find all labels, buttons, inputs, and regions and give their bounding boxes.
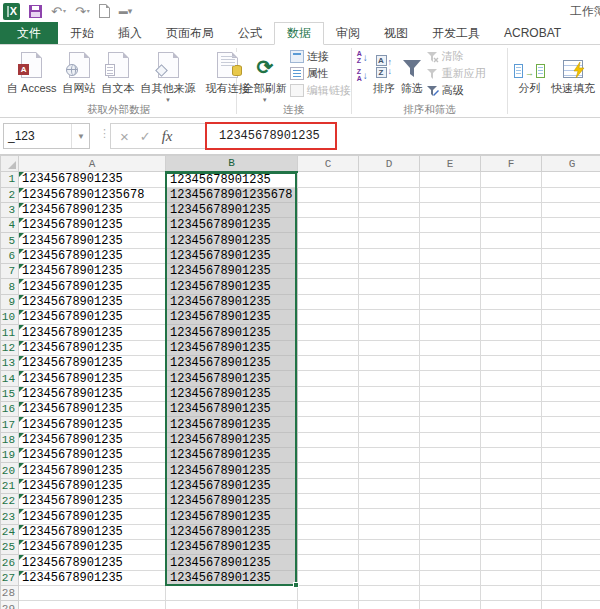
cell-b[interactable]: 12345678901235 [166,386,298,401]
cell-f[interactable] [481,570,542,585]
cell-e[interactable] [420,264,481,279]
cell-d[interactable] [359,248,420,263]
cell-e[interactable] [420,494,481,509]
row-number[interactable]: 8 [1,279,19,294]
cell-b[interactable]: 12345678901235 [166,524,298,539]
tab-developer[interactable]: 开发工具 [420,22,492,44]
cell-c[interactable] [298,524,359,539]
row-number[interactable]: 17 [1,417,19,432]
cell-e[interactable] [420,310,481,325]
tab-review[interactable]: 审阅 [324,22,372,44]
row-number[interactable]: 24 [1,524,19,539]
cell-e[interactable] [420,371,481,386]
cell-c[interactable] [298,172,359,188]
cell-b[interactable] [166,586,298,601]
cell-d[interactable] [359,386,420,401]
cell-a[interactable] [19,586,166,601]
cell-b[interactable]: 12345678901235 [166,371,298,386]
cell-c[interactable] [298,478,359,493]
cell-b[interactable]: 12345678901235678 [166,187,298,202]
row-number[interactable]: 12 [1,340,19,355]
cell-d[interactable] [359,279,420,294]
from-web-button[interactable]: 自网站 [60,47,99,97]
cell-a[interactable]: 12345678901235 [19,509,166,524]
row-number[interactable]: 14 [1,371,19,386]
cell-g[interactable] [542,202,600,217]
cell-a[interactable]: 12345678901235 [19,248,166,263]
cell-e[interactable] [420,325,481,340]
cell-b[interactable]: 12345678901235 [166,494,298,509]
cell-b[interactable]: 12345678901235 [166,555,298,570]
cell-d[interactable] [359,187,420,202]
cell-b[interactable]: 12345678901235 [166,432,298,447]
cell-c[interactable] [298,432,359,447]
cell-f[interactable] [481,432,542,447]
cell-d[interactable] [359,233,420,248]
cell-e[interactable] [420,555,481,570]
cell-e[interactable] [420,478,481,493]
row-number[interactable]: 25 [1,540,19,555]
cell-f[interactable] [481,310,542,325]
cell-e[interactable] [420,432,481,447]
cell-a[interactable]: 12345678901235 [19,402,166,417]
cell-b[interactable]: 12345678901235 [166,218,298,233]
cell-a[interactable]: 12345678901235 [19,524,166,539]
cell-c[interactable] [298,494,359,509]
tab-insert[interactable]: 插入 [106,22,154,44]
from-other-sources-button[interactable]: 自其他来源 ▼ [138,47,199,104]
cell-b[interactable]: 12345678901235 [166,310,298,325]
cell-e[interactable] [420,187,481,202]
cell-c[interactable] [298,340,359,355]
cell-a[interactable]: 12345678901235 [19,463,166,478]
advanced-filter-button[interactable]: 高级 [426,83,486,98]
cell-b[interactable]: 12345678901235 [166,325,298,340]
cell-b[interactable]: 12345678901235 [166,340,298,355]
cell-d[interactable] [359,371,420,386]
column-header-c[interactable]: C [298,156,359,172]
cell-a[interactable]: 12345678901235 [19,264,166,279]
cell-b[interactable]: 12345678901235 [166,478,298,493]
cell-c[interactable] [298,570,359,585]
cell-f[interactable] [481,386,542,401]
cell-f[interactable] [481,187,542,202]
cell-c[interactable] [298,294,359,309]
cell-g[interactable] [542,325,600,340]
cell-b[interactable]: 12345678901235 [166,540,298,555]
cell-c[interactable] [298,586,359,601]
cell-b[interactable]: 12345678901235 [166,172,298,188]
cell-c[interactable] [298,310,359,325]
properties-button[interactable]: 属性 [290,66,351,81]
row-number[interactable]: 23 [1,509,19,524]
save-icon[interactable] [29,5,42,18]
cell-a[interactable]: 12345678901235 [19,540,166,555]
row-number[interactable]: 5 [1,233,19,248]
cell-b[interactable]: 12345678901235 [166,279,298,294]
cell-e[interactable] [420,233,481,248]
cell-c[interactable] [298,540,359,555]
flash-fill-button[interactable]: 快速填充 [548,47,598,97]
text-to-columns-button[interactable]: → 分列 [511,47,548,97]
cell-b[interactable]: 12345678901235 [166,417,298,432]
cell-c[interactable] [298,325,359,340]
cell-g[interactable] [542,570,600,585]
cell-d[interactable] [359,202,420,217]
cell-g[interactable] [542,448,600,463]
cell-b[interactable]: 12345678901235 [166,233,298,248]
sort-button[interactable]: AZ ↑↓ 排序 [370,47,398,97]
cell-f[interactable] [481,233,542,248]
cell-a[interactable]: 12345678901235 [19,325,166,340]
cell-c[interactable] [298,509,359,524]
cell-c[interactable] [298,371,359,386]
cell-e[interactable] [420,356,481,371]
cell-g[interactable] [542,463,600,478]
cell-d[interactable] [359,463,420,478]
cell-d[interactable] [359,417,420,432]
cell-a[interactable]: 12345678901235 [19,555,166,570]
tab-view[interactable]: 视图 [372,22,420,44]
cell-f[interactable] [481,172,542,188]
row-number[interactable]: 20 [1,463,19,478]
insert-function-icon[interactable]: fx [162,128,173,145]
row-number[interactable]: 6 [1,248,19,263]
cell-f[interactable] [481,463,542,478]
cell-c[interactable] [298,417,359,432]
